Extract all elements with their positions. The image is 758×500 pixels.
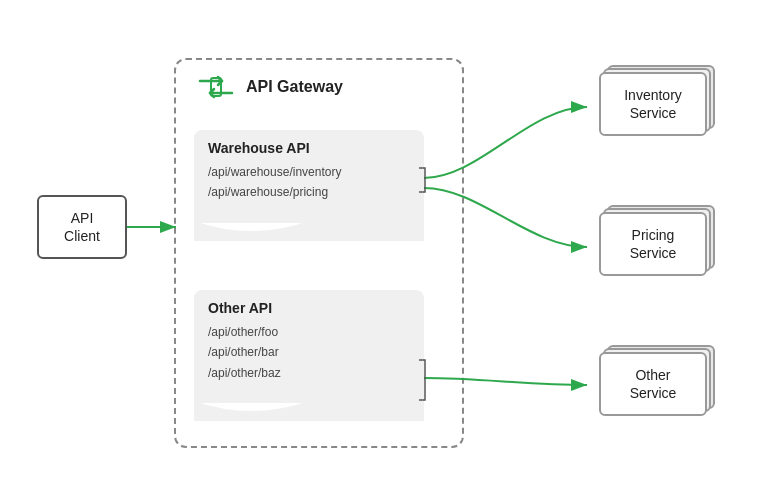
diagram: APIClient API Gateway Warehouse API /api… [19,10,739,490]
pricing-service-group: PricingService [599,212,709,282]
route-item: /api/other/baz [208,363,410,383]
svg-rect-0 [194,65,238,109]
api-client-box: APIClient [37,195,127,259]
pricing-service-card: PricingService [599,212,707,276]
other-service-card: OtherService [599,352,707,416]
inventory-service-group: InventoryService [599,72,709,142]
route-item: /api/warehouse/pricing [208,182,410,202]
pricing-service-label: PricingService [630,226,677,262]
inventory-service-stack: InventoryService [599,72,709,142]
api-client-label: APIClient [64,209,100,245]
inventory-service-label: InventoryService [624,86,682,122]
gateway-title: API Gateway [246,78,343,96]
warehouse-api-panel: Warehouse API /api/warehouse/inventory /… [194,130,424,223]
warehouse-api-title: Warehouse API [208,140,410,156]
warehouse-api-routes: /api/warehouse/inventory /api/warehouse/… [208,162,410,203]
route-item: /api/other/foo [208,322,410,342]
pricing-service-stack: PricingService [599,212,709,282]
gateway-header: API Gateway [194,65,343,109]
wave-decoration [194,221,424,241]
other-service-group: OtherService [599,352,709,422]
api-gateway-icon [194,65,238,109]
other-service-label: OtherService [630,366,677,402]
other-api-title: Other API [208,300,410,316]
other-api-panel: Other API /api/other/foo /api/other/bar … [194,290,424,403]
route-item: /api/other/bar [208,342,410,362]
other-api-routes: /api/other/foo /api/other/bar /api/other… [208,322,410,383]
route-item: /api/warehouse/inventory [208,162,410,182]
other-service-stack: OtherService [599,352,709,422]
inventory-service-card: InventoryService [599,72,707,136]
wave-decoration [194,401,424,421]
